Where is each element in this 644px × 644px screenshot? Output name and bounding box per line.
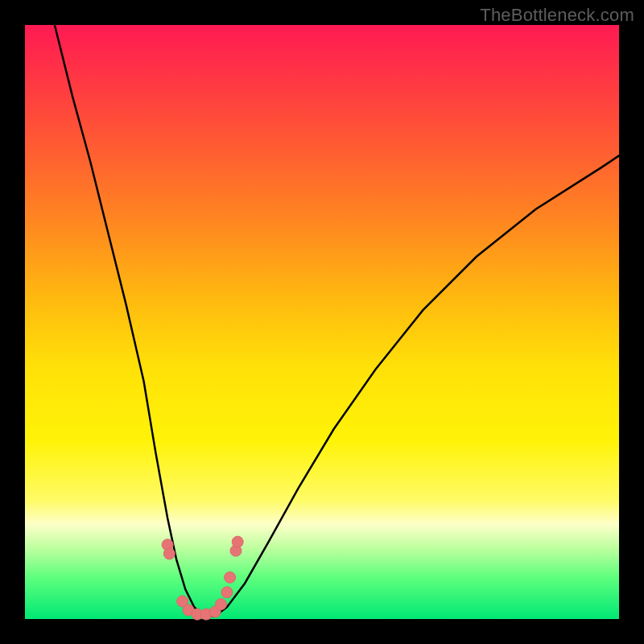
svg-point-9 — [225, 572, 236, 583]
bottleneck-curve — [55, 25, 619, 616]
svg-point-8 — [221, 587, 233, 598]
svg-point-11 — [232, 536, 243, 547]
plot-area — [25, 25, 619, 619]
svg-point-1 — [163, 548, 175, 559]
chart-frame: TheBottleneck.com — [0, 0, 644, 644]
bottleneck-curve-svg — [25, 25, 619, 619]
svg-point-7 — [216, 599, 227, 610]
watermark-text: TheBottleneck.com — [480, 5, 634, 26]
